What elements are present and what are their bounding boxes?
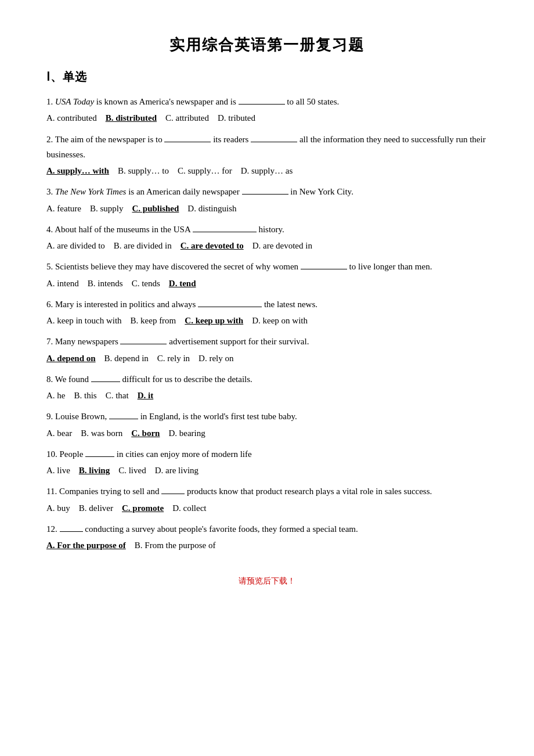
question-7-options: A. depend on B. depend in C. rely in D. … — [46, 351, 488, 366]
question-8-text: 8. We found difficult for us to describe… — [46, 372, 488, 387]
question-10: 10. People in cities can enjoy more of m… — [46, 447, 488, 478]
question-12: 12. conducting a survey about people's f… — [46, 521, 488, 553]
question-4-text: 4. About half of the museums in the USA … — [46, 222, 488, 237]
answer-10b: B. living — [79, 466, 110, 475]
footer-text: 请预览后下载！ — [46, 576, 488, 586]
question-10-options: A. live B. living C. lived D. are living — [46, 463, 488, 478]
question-11-text: 11. Companies trying to sell and product… — [46, 484, 488, 499]
question-9-text: 9. Louise Brown, in England, is the worl… — [46, 409, 488, 424]
question-9: 9. Louise Brown, in England, is the worl… — [46, 409, 488, 441]
section1-title: Ⅰ、单选 — [46, 69, 488, 85]
question-10-text: 10. People in cities can enjoy more of m… — [46, 447, 488, 462]
question-1-options: A. contributed B. distributed C. attribu… — [46, 110, 488, 125]
question-9-options: A. bear B. was born C. born D. bearing — [46, 426, 488, 441]
question-12-text: 12. conducting a survey about people's f… — [46, 521, 488, 537]
question-12-options: A. For the purpose of B. From the purpos… — [46, 538, 488, 553]
question-2-options: A. supply… with B. supply… to C. supply…… — [46, 163, 488, 178]
answer-12a: A. For the purpose of — [46, 541, 126, 550]
question-11: 11. Companies trying to sell and product… — [46, 484, 488, 516]
question-2: 2. The aim of the newspaper is to its re… — [46, 132, 488, 179]
question-1-text: 1. USA Today is known as America's newsp… — [46, 94, 488, 109]
question-11-options: A. buy B. deliver C. promote D. collect — [46, 501, 488, 516]
answer-1b: B. distributed — [106, 113, 157, 123]
answer-2a: A. supply… with — [46, 166, 109, 175]
question-1: 1. USA Today is known as America's newsp… — [46, 94, 488, 126]
question-8-options: A. he B. this C. that D. it — [46, 388, 488, 403]
answer-7a: A. depend on — [46, 354, 96, 363]
question-6-text: 6. Mary is interested in politics and al… — [46, 297, 488, 312]
question-4: 4. About half of the museums in the USA … — [46, 222, 488, 254]
question-5-text: 5. Scientists believe they may have disc… — [46, 259, 488, 274]
question-7: 7. Many newspapers advertisement support… — [46, 334, 488, 366]
answer-11c: C. promote — [122, 503, 164, 513]
question-5: 5. Scientists believe they may have disc… — [46, 259, 488, 291]
question-3-text: 3. The New York Times is an American dai… — [46, 184, 488, 199]
answer-5d: D. tend — [169, 279, 196, 288]
questions-list: 1. USA Today is known as America's newsp… — [46, 94, 488, 553]
question-2-text: 2. The aim of the newspaper is to its re… — [46, 132, 488, 163]
answer-6c: C. keep up with — [185, 316, 243, 325]
answer-3c: C. published — [132, 204, 179, 213]
question-6: 6. Mary is interested in politics and al… — [46, 297, 488, 329]
answer-9c: C. born — [131, 429, 160, 438]
question-6-options: A. keep in touch with B. keep from C. ke… — [46, 313, 488, 328]
question-4-options: A. are divided to B. are divided in C. a… — [46, 238, 488, 253]
question-3: 3. The New York Times is an American dai… — [46, 184, 488, 216]
question-3-options: A. feature B. supply C. published D. dis… — [46, 201, 488, 216]
question-7-text: 7. Many newspapers advertisement support… — [46, 334, 488, 349]
question-8: 8. We found difficult for us to describe… — [46, 372, 488, 404]
question-5-options: A. intend B. intends C. tends D. tend — [46, 276, 488, 291]
page-title: 实用综合英语第一册复习题 — [46, 35, 488, 55]
answer-4c: C. are devoted to — [181, 241, 244, 250]
answer-8d: D. it — [138, 391, 154, 400]
